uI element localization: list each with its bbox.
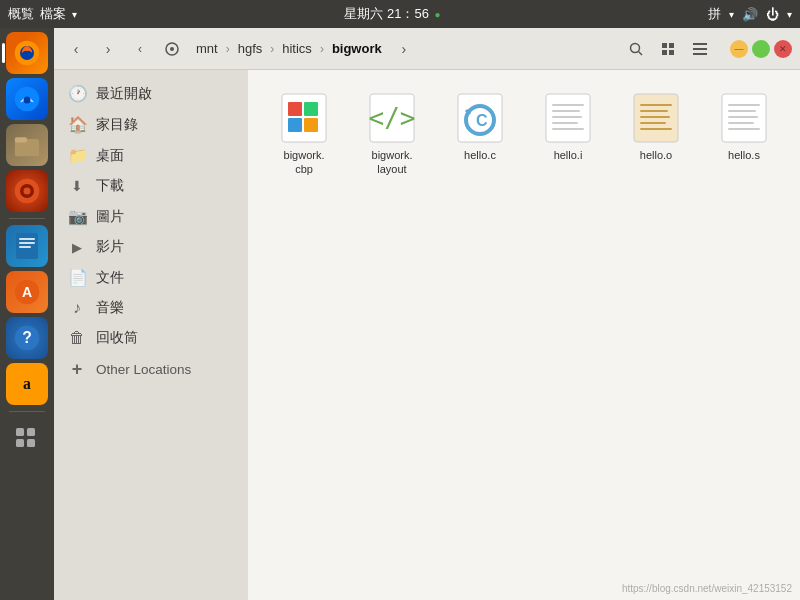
window: A ? a ‹ › ‹ mnt › hgfs <box>0 28 800 600</box>
file-hello-c[interactable]: C hello.c <box>440 86 520 183</box>
nav-item-recent[interactable]: 🕐 最近開啟 <box>54 78 248 109</box>
svg-rect-19 <box>16 428 24 436</box>
topbar-center: 星期六 21：56 ● <box>77 5 708 23</box>
svg-point-25 <box>631 43 640 52</box>
svg-point-8 <box>24 188 31 195</box>
bc-bigwork[interactable]: bigwork <box>326 37 388 60</box>
dock-separator-2 <box>9 411 45 412</box>
dock-item-thunderbird[interactable] <box>6 78 48 120</box>
view-toggle-button[interactable] <box>654 35 682 63</box>
file-hello-i[interactable]: hello.i <box>528 86 608 183</box>
nav-item-music[interactable]: ♪ 音樂 <box>54 293 248 323</box>
svg-rect-28 <box>669 43 674 48</box>
volume-icon[interactable]: 🔊 <box>742 7 758 22</box>
window-close-button[interactable]: ✕ <box>774 40 792 58</box>
bc-mnt[interactable]: mnt <box>190 37 224 60</box>
nav-item-documents[interactable]: 📄 文件 <box>54 262 248 293</box>
svg-rect-29 <box>662 50 667 55</box>
svg-rect-5 <box>15 137 27 142</box>
nav-item-trash[interactable]: 🗑 回收筒 <box>54 323 248 353</box>
svg-rect-60 <box>728 116 758 118</box>
svg-rect-37 <box>288 118 302 132</box>
menu-button[interactable] <box>686 35 714 63</box>
nav-other-locations-label: Other Locations <box>96 362 234 377</box>
dock-item-rhythmbox[interactable] <box>6 170 48 212</box>
breadcrumb-more-button[interactable]: › <box>390 35 418 63</box>
music-icon: ♪ <box>68 299 86 317</box>
window-maximize-button[interactable] <box>752 40 770 58</box>
nav-trash-label: 回收筒 <box>96 329 234 347</box>
file-hello-s[interactable]: hello.s <box>704 86 784 168</box>
dock-item-amazon[interactable]: a <box>6 363 48 405</box>
recent-icon: 🕐 <box>68 84 86 103</box>
power-icon[interactable]: ⏻ <box>766 7 779 22</box>
svg-rect-47 <box>552 110 580 112</box>
svg-text:</>: </> <box>369 103 416 133</box>
dock-item-files[interactable] <box>6 124 48 166</box>
file-name-i: hello.i <box>554 148 583 162</box>
app-name[interactable]: 檔案 <box>40 5 66 23</box>
svg-rect-50 <box>552 128 584 130</box>
svg-rect-11 <box>19 242 35 244</box>
svg-rect-53 <box>640 110 668 112</box>
input-arrow[interactable]: ▾ <box>729 9 734 20</box>
nav-item-desktop[interactable]: 📁 桌面 <box>54 140 248 171</box>
nav-recent-label: 最近開啟 <box>96 85 234 103</box>
file-bigwork-cbp[interactable]: bigwork.cbp <box>264 86 344 183</box>
dock-separator <box>9 218 45 219</box>
watermark: https://blog.csdn.net/weixin_42153152 <box>622 583 792 594</box>
nav-item-other-locations[interactable]: + Other Locations <box>54 353 248 386</box>
svg-rect-10 <box>19 238 35 240</box>
svg-rect-30 <box>669 50 674 55</box>
svg-rect-46 <box>552 104 584 106</box>
file-name-c: hello.c <box>464 148 496 162</box>
toolbar-right: — ✕ <box>622 35 792 63</box>
file-bigwork-layout[interactable]: </> bigwork.layout <box>352 86 432 183</box>
svg-rect-22 <box>27 439 35 447</box>
dock-item-firefox[interactable] <box>6 32 48 74</box>
nav-desktop-label: 桌面 <box>96 147 234 165</box>
location-button[interactable] <box>158 35 186 63</box>
toolbar: ‹ › ‹ mnt › hgfs › hitics › bigwork › <box>54 28 800 70</box>
dock-item-libreoffice[interactable] <box>6 225 48 267</box>
svg-text:A: A <box>22 284 32 300</box>
bc-sep-3: › <box>318 42 326 56</box>
file-name-layout: bigwork.layout <box>372 148 413 177</box>
file-name-cbp: bigwork.cbp <box>284 148 325 177</box>
dock-item-help[interactable]: ? <box>6 317 48 359</box>
svg-rect-49 <box>552 122 578 124</box>
nav-item-home[interactable]: 🏠 家目錄 <box>54 109 248 140</box>
dock-item-appstore[interactable]: A <box>6 271 48 313</box>
nav-downloads-label: 下載 <box>96 177 234 195</box>
home-icon: 🏠 <box>68 115 86 134</box>
input-method[interactable]: 拼 <box>708 5 721 23</box>
svg-rect-27 <box>662 43 667 48</box>
svg-rect-35 <box>288 102 302 116</box>
svg-rect-56 <box>640 128 672 130</box>
svg-text:a: a <box>23 375 31 392</box>
nav-documents-label: 文件 <box>96 269 234 287</box>
overview-label[interactable]: 概覧 <box>8 5 34 23</box>
file-hello-o[interactable]: hello.o <box>616 86 696 183</box>
file-icon-cbp <box>278 92 330 144</box>
svg-rect-12 <box>19 246 31 248</box>
window-minimize-button[interactable]: — <box>730 40 748 58</box>
downloads-icon: ⬇ <box>68 178 86 194</box>
left-nav: 🕐 最近開啟 🏠 家目錄 📁 桌面 ⬇ 下載 📷 圖片 <box>54 70 248 600</box>
bc-hitics[interactable]: hitics <box>276 37 318 60</box>
back-button[interactable]: ‹ <box>62 35 90 63</box>
nav-item-downloads[interactable]: ⬇ 下載 <box>54 171 248 201</box>
svg-rect-58 <box>728 104 760 106</box>
svg-rect-36 <box>304 102 318 116</box>
forward-button[interactable]: › <box>94 35 122 63</box>
search-button[interactable] <box>622 35 650 63</box>
up-button[interactable]: ‹ <box>126 35 154 63</box>
nav-pictures-label: 圖片 <box>96 208 234 226</box>
power-arrow[interactable]: ▾ <box>787 9 792 20</box>
documents-icon: 📄 <box>68 268 86 287</box>
online-dot: ● <box>435 9 441 20</box>
dock-item-apps[interactable] <box>6 418 48 460</box>
nav-item-videos[interactable]: ▶ 影片 <box>54 232 248 262</box>
bc-hgfs[interactable]: hgfs <box>232 37 269 60</box>
nav-item-pictures[interactable]: 📷 圖片 <box>54 201 248 232</box>
